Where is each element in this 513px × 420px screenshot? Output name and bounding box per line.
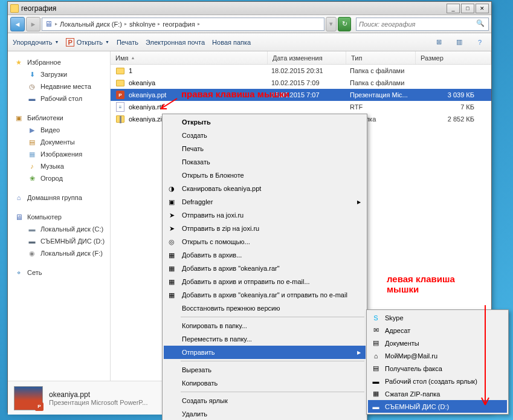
- sendto-item[interactable]: ✉Адресат: [368, 324, 507, 337]
- file-row[interactable]: okeaniya10.02.2015 7:09Папка с файлами: [111, 77, 491, 89]
- search-input[interactable]: [359, 21, 476, 28]
- email-button[interactable]: Электронная почта: [146, 39, 205, 46]
- menu-item[interactable]: Переместить в папку...: [164, 332, 366, 346]
- computer-icon: [45, 19, 53, 28]
- toolbar: Упорядочить ▼ P Открыть ▼ Печать Электро…: [8, 33, 491, 51]
- menu-item[interactable]: ➤Отправить в zip на joxi.ru: [164, 222, 366, 235]
- menu-item[interactable]: Создать ярлык: [164, 394, 366, 407]
- menu-item[interactable]: Восстановить прежнюю версию: [164, 302, 366, 315]
- menu-item[interactable]: Копировать: [164, 376, 366, 390]
- context-menu: ОткрытьСоздатьПечатьПоказатьОткрыть в Бл…: [162, 114, 367, 420]
- menu-item[interactable]: Копировать в папку...: [164, 319, 366, 332]
- sendto-item[interactable]: ▦Сжатая ZIP-папка: [368, 387, 507, 400]
- nav-computer[interactable]: Компьютер: [8, 211, 110, 223]
- organize-button[interactable]: Упорядочить ▼: [13, 39, 59, 46]
- titlebar[interactable]: география _ □ ✕: [8, 2, 491, 15]
- sendto-item[interactable]: ▤Получатель факса: [368, 362, 507, 375]
- breadcrumb[interactable]: shkolnye: [129, 21, 155, 28]
- breadcrumb[interactable]: география: [163, 21, 195, 28]
- open-button[interactable]: P Открыть ▼: [66, 38, 109, 47]
- nav-favorites[interactable]: Избранное: [8, 56, 110, 68]
- nav-pictures[interactable]: Изображения: [8, 148, 110, 160]
- menu-item[interactable]: Отправить▶: [164, 346, 366, 359]
- file-thumbnail: [14, 386, 43, 410]
- breadcrumb[interactable]: Локальный диск (F:): [60, 21, 122, 28]
- sendto-submenu: SSkype✉Адресат▤Документы⌂МойМир@Mail.ru▤…: [366, 309, 509, 415]
- refresh-button[interactable]: ↻: [338, 17, 351, 31]
- close-button[interactable]: ✕: [476, 4, 489, 13]
- sendto-item[interactable]: SSkype: [368, 311, 507, 324]
- sendto-item[interactable]: ▤Документы: [368, 337, 507, 349]
- menu-item[interactable]: ◑Сканировать okeaniya.ppt: [164, 182, 366, 195]
- folder-icon: [116, 68, 124, 74]
- address-dropdown[interactable]: ▾: [326, 17, 337, 31]
- menu-item[interactable]: ▦Добавить в архив...: [164, 248, 366, 262]
- sendto-item[interactable]: ⌂МойМир@Mail.ru: [368, 349, 507, 362]
- nav-pane: Избранное Загрузки Недавние места Рабочи…: [8, 51, 111, 381]
- nav-videos[interactable]: Видео: [8, 124, 110, 136]
- col-size[interactable]: Размер: [416, 51, 491, 64]
- folder-icon: [10, 4, 19, 13]
- col-type[interactable]: Тип: [346, 51, 416, 64]
- forward-button[interactable]: ►: [26, 17, 40, 31]
- col-date[interactable]: Дата изменения: [268, 51, 346, 64]
- sendto-item[interactable]: ▬СЪЕМНЫЙ ДИС (D:): [368, 400, 507, 413]
- back-button[interactable]: ◄: [10, 17, 25, 31]
- menu-item[interactable]: ▦Добавить в архив и отправить по e-mail.…: [164, 275, 366, 288]
- zip-icon: [116, 115, 124, 123]
- minimize-button[interactable]: _: [447, 4, 460, 13]
- menu-item[interactable]: Создать: [164, 129, 366, 142]
- newfolder-button[interactable]: Новая папка: [212, 39, 251, 46]
- details-filename: okeaniya.ppt: [49, 390, 147, 399]
- nav-libraries[interactable]: Библиотеки: [8, 112, 110, 124]
- menu-item[interactable]: Вырезать: [164, 363, 366, 376]
- view-button[interactable]: ⊞: [432, 36, 445, 48]
- nav-drive-d[interactable]: СЪЕМНЫЙ ДИС (D:): [8, 235, 110, 247]
- details-filetype: Презентация Microsoft PowerP...: [49, 399, 147, 406]
- column-headers: Имя ▲ Дата изменения Тип Размер: [111, 51, 491, 65]
- menu-item[interactable]: Показать: [164, 155, 366, 169]
- folder-icon: [116, 80, 124, 86]
- print-button[interactable]: Печать: [117, 39, 138, 46]
- col-name[interactable]: Имя ▲: [111, 51, 268, 64]
- menu-item[interactable]: Открыть в Блокноте: [164, 169, 366, 182]
- preview-button[interactable]: ▥: [453, 36, 466, 48]
- nav-network[interactable]: Сеть: [8, 267, 110, 279]
- nav-garden[interactable]: Огород: [8, 172, 110, 184]
- address-bar[interactable]: ▸ Локальный диск (F:) ▸ shkolnye ▸ геогр…: [42, 18, 324, 31]
- rtf-icon: [115, 102, 125, 112]
- menu-item[interactable]: ➤Отправить на joxi.ru: [164, 208, 366, 222]
- ppt-icon: [115, 90, 125, 100]
- menu-item[interactable]: Печать: [164, 142, 366, 155]
- nav-homegroup[interactable]: Домашняя группа: [8, 192, 110, 204]
- menu-item[interactable]: ▦Добавить в архив "okeaniya.rar": [164, 262, 366, 275]
- menu-item[interactable]: ◎Открыть с помощью...: [164, 235, 366, 248]
- menu-item[interactable]: Открыть: [164, 115, 366, 129]
- nav-desktop[interactable]: Рабочий стол: [8, 92, 110, 105]
- menu-item[interactable]: ▦Добавить в архив "okeaniya.rar" и отпра…: [164, 288, 366, 302]
- nav-downloads[interactable]: Загрузки: [8, 68, 110, 80]
- search-icon[interactable]: 🔍: [476, 19, 486, 29]
- help-button[interactable]: ?: [473, 36, 486, 48]
- window-title: география: [21, 4, 445, 13]
- nav-music[interactable]: Музыка: [8, 160, 110, 172]
- nav-drive-c[interactable]: Локальный диск (С:): [8, 223, 110, 235]
- nav-drive-f[interactable]: Локальный диск (F:): [8, 247, 110, 259]
- navbar: ◄ ► ▸ Локальный диск (F:) ▸ shkolnye ▸ г…: [8, 15, 491, 33]
- maximize-button[interactable]: □: [461, 4, 474, 13]
- nav-recent[interactable]: Недавние места: [8, 80, 110, 92]
- file-row-selected[interactable]: okeaniya.ppt16.02.2015 7:07Презентация M…: [111, 89, 491, 101]
- file-row[interactable]: 118.02.2015 20:31Папка с файлами: [111, 65, 491, 77]
- menu-item[interactable]: ▣Defraggler▶: [164, 195, 366, 208]
- sendto-item[interactable]: ▬Рабочий стол (создать ярлык): [368, 375, 507, 387]
- nav-documents[interactable]: Документы: [8, 136, 110, 148]
- menu-item[interactable]: Удалить: [164, 407, 366, 420]
- search-box[interactable]: 🔍: [356, 18, 489, 31]
- file-row[interactable]: okeaniya.rtfRTF7 КБ: [111, 101, 491, 113]
